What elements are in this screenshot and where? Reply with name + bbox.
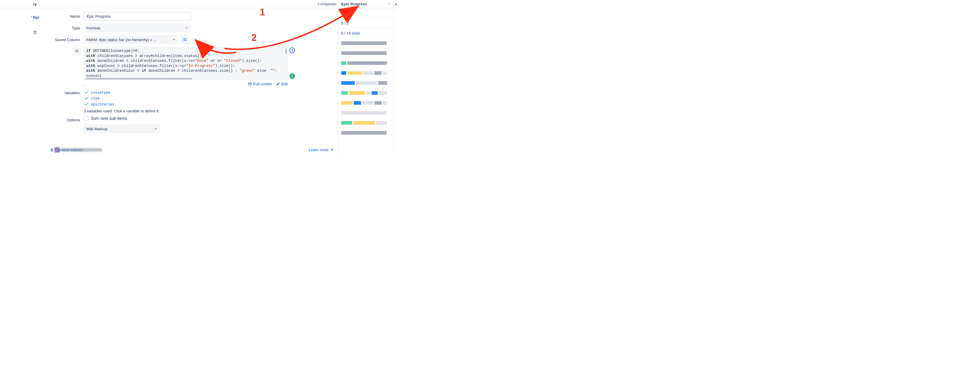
- chevron-down-icon: [154, 127, 157, 131]
- variable-row[interactable]: epicStories: [84, 102, 159, 107]
- variable-row[interactable]: issuetype: [84, 90, 159, 95]
- variable-row[interactable]: item: [84, 96, 159, 101]
- fullscreen-icon: [248, 82, 252, 86]
- epic-progress-column-label: Epic Progress: [341, 2, 367, 6]
- external-link-icon: [330, 148, 334, 152]
- tree-epic-item[interactable]: ' Epi: [0, 11, 46, 19]
- header-fragment: ry: [0, 2, 46, 6]
- progress-bar-cell: [338, 118, 393, 128]
- extra-column-header[interactable]: A: [393, 0, 398, 8]
- learn-more-link[interactable]: Learn more: [309, 148, 334, 152]
- blurred-tree-row: ⚡: [50, 146, 111, 153]
- format-select[interactable]: Wiki Markup: [84, 125, 160, 133]
- component-column-header[interactable]: Componen: [314, 0, 338, 8]
- check-icon: [84, 90, 89, 95]
- column-settings-button[interactable]: [181, 35, 189, 44]
- variable-name: epicStories: [91, 102, 115, 106]
- pencil-icon: [276, 82, 280, 86]
- svg-point-2: [76, 50, 78, 52]
- type-select-value: Formula: [86, 26, 100, 30]
- formula-valid-icon: ✓: [290, 73, 295, 79]
- name-input[interactable]: [84, 12, 191, 21]
- variables-label: Variables: [50, 89, 84, 95]
- progress-bar-cell: [338, 88, 393, 98]
- saved-column-select[interactable]: FARM: Epic status bar (no hierarchy) + .…: [84, 35, 178, 44]
- column-header-row: ry Componen Epic Progress A: [0, 0, 398, 8]
- column-editor-panel: Name Type Formula Saved Column FARM: Epi…: [46, 8, 338, 155]
- chevron-right-icon: [50, 148, 53, 152]
- type-label: Type: [50, 26, 84, 30]
- formula-code: if DEFINED(issuetype)=0: with childrenSt…: [84, 47, 288, 80]
- progress-bar-cell: [338, 58, 393, 68]
- chevron-down-icon: [387, 2, 390, 6]
- progress-bar-cell: [338, 128, 393, 138]
- type-select[interactable]: Formula: [84, 24, 191, 32]
- sum-over-subitems-option[interactable]: Sum over sub-items: [84, 116, 160, 121]
- svg-point-1: [185, 40, 186, 41]
- wip-suffix[interactable]: (wip): [352, 31, 360, 35]
- progress-bar-cell: [338, 38, 393, 48]
- scrollbar-horizontal[interactable]: [85, 78, 192, 80]
- options-label: Options: [50, 116, 84, 122]
- check-icon: [84, 102, 89, 107]
- chevron-down-icon: [172, 38, 176, 42]
- progress-text-cell: 0 / 2: [338, 18, 393, 28]
- check-icon: [84, 96, 89, 101]
- progress-text-cell: 0 / 9: [338, 8, 393, 18]
- formula-editor[interactable]: if DEFINED(issuetype)=0: with childrenSt…: [84, 47, 288, 80]
- saved-column-value: FARM: Epic status bar (no hierarchy) + .…: [86, 38, 157, 42]
- progress-bar-cell: [338, 68, 393, 78]
- variable-name: issuetype: [91, 90, 110, 94]
- progress-bar-cell: [338, 98, 393, 108]
- name-label: Name: [50, 14, 84, 18]
- resize-grip-icon[interactable]: ⋰: [82, 83, 85, 87]
- progress-bar-cell: [338, 78, 393, 88]
- bug-icon: [75, 48, 79, 54]
- chevron-down-icon: [185, 26, 188, 30]
- saved-column-label: Saved Column: [50, 38, 84, 42]
- tree-child-item[interactable]: [0, 19, 46, 35]
- epic-icon: ⚡: [55, 147, 60, 152]
- edit-link[interactable]: Edit: [276, 82, 288, 86]
- sliders-icon: [183, 37, 187, 42]
- cube-icon: [33, 30, 37, 35]
- debug-button[interactable]: [73, 47, 81, 56]
- full-screen-link[interactable]: Full-screen: [248, 82, 272, 86]
- help-icon[interactable]: ?: [290, 48, 295, 53]
- checkbox-icon: [84, 116, 88, 121]
- epic-progress-column-header[interactable]: Epic Progress: [338, 0, 393, 8]
- progress-bar-cell: [338, 48, 393, 58]
- format-select-value: Wiki Markup: [86, 127, 107, 131]
- progress-text-cell: 0 / 15 (wip): [338, 28, 393, 38]
- scrollbar-vertical[interactable]: [285, 48, 287, 54]
- epic-progress-column: 0 / 9 0 / 2 0 / 15 (wip): [338, 8, 393, 155]
- svg-rect-3: [248, 83, 251, 85]
- variables-note: 3 variables used. Click a variable to de…: [84, 109, 159, 113]
- progress-bar-cell: [338, 108, 393, 118]
- variable-name: item: [91, 96, 100, 101]
- tree-sidebar: ' Epi: [0, 8, 46, 155]
- svg-point-0: [184, 38, 185, 39]
